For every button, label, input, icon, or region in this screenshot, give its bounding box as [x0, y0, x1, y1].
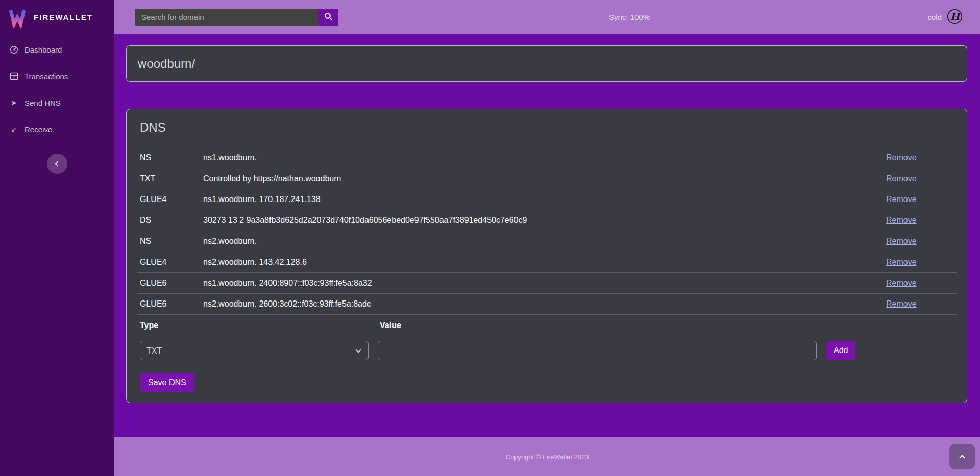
table-row: GLUE4 ns1.woodburn. 170.187.241.138 Remo…	[137, 189, 957, 210]
record-value: Controlled by https://nathan.woodburn	[203, 174, 886, 183]
record-action: Remove	[886, 195, 957, 204]
record-value: ns2.woodburn. 2600:3c02::f03c:93ff:fe5a:…	[203, 299, 886, 309]
record-type: DS	[137, 216, 203, 225]
brand[interactable]: FIREWALLET	[0, 0, 114, 34]
record-type: NS	[137, 237, 203, 246]
handshake-icon: H	[947, 9, 963, 26]
record-action: Remove	[886, 279, 957, 288]
scroll-to-top-button[interactable]	[949, 444, 975, 469]
topbar: Sync: 100% cold H	[114, 0, 980, 34]
table-row: GLUE4 ns2.woodburn. 143.42.128.6 Remove	[137, 252, 957, 272]
record-type: GLUE4	[137, 195, 203, 204]
record-action: Remove	[886, 216, 957, 225]
firewallet-logo-icon	[7, 7, 28, 28]
sync-status: Sync: 100%	[609, 13, 650, 21]
search-button[interactable]	[318, 9, 338, 26]
sidebar: FIREWALLET Dashboard Transactions ➤ Send…	[0, 0, 114, 476]
dns-table-body: NS ns1.woodburn. Remove TXT Controlled b…	[137, 147, 957, 314]
remove-link[interactable]: Remove	[886, 174, 917, 183]
record-value: ns2.woodburn. 143.42.128.6	[203, 258, 886, 267]
domain-card: woodburn/	[126, 45, 967, 82]
search-icon	[324, 12, 333, 22]
sidebar-item-transactions[interactable]: Transactions	[0, 66, 114, 86]
record-type: GLUE6	[137, 279, 203, 288]
record-type: GLUE6	[137, 299, 203, 309]
chevron-up-icon	[959, 455, 965, 460]
dns-card: DNS NS ns1.woodburn. Remove TXT Controll…	[126, 109, 967, 403]
copyright-text: Copyright © FireWallet 2023	[506, 453, 589, 461]
record-type: GLUE4	[137, 258, 203, 267]
dns-form-header-row: Type Value	[137, 314, 957, 336]
record-value-input[interactable]	[378, 341, 817, 360]
sidebar-item-label: Transactions	[24, 72, 68, 81]
record-type: TXT	[137, 174, 203, 183]
chevron-left-icon	[55, 161, 60, 166]
save-dns-button[interactable]: Save DNS	[140, 373, 194, 392]
record-action: Remove	[886, 174, 957, 183]
collapse-sidebar-button[interactable]	[47, 154, 67, 174]
sidebar-nav: Dashboard Transactions ➤ Send HNS ↙ Rece…	[0, 39, 114, 139]
page-title: woodburn/	[138, 57, 195, 71]
remove-link[interactable]: Remove	[886, 216, 917, 224]
sidebar-item-receive[interactable]: ↙ Receive	[0, 119, 114, 139]
brand-name: FIREWALLET	[34, 13, 93, 21]
record-type: NS	[137, 153, 203, 162]
value-column-header: Value	[380, 321, 957, 330]
table-row: TXT Controlled by https://nathan.woodbur…	[137, 168, 957, 189]
table-row: DS 30273 13 2 9a3a8fb3d625d2a2073d740f10…	[137, 210, 957, 231]
wallet-name: cold	[927, 13, 942, 21]
remove-link[interactable]: Remove	[886, 299, 917, 308]
table-icon	[9, 72, 19, 81]
main-content: woodburn/ DNS NS ns1.woodburn. Remove TX…	[114, 34, 980, 437]
record-type-select[interactable]: TXT	[140, 341, 369, 360]
wallet-indicator[interactable]: cold H	[927, 9, 963, 26]
remove-link[interactable]: Remove	[886, 279, 917, 287]
type-column-header: Type	[137, 321, 380, 330]
svg-text:H: H	[950, 11, 961, 22]
receive-icon: ↙	[9, 125, 19, 133]
table-row: GLUE6 ns1.woodburn. 2400:8907::f03c:93ff…	[137, 272, 957, 293]
record-value: ns1.woodburn.	[203, 153, 886, 162]
record-value: ns2.woodburn.	[203, 237, 886, 246]
record-action: Remove	[886, 299, 957, 309]
dns-section-title: DNS	[140, 120, 957, 135]
dns-add-form-row: TXT Add	[137, 336, 957, 365]
record-type-select-wrap: TXT	[140, 341, 369, 360]
remove-link[interactable]: Remove	[886, 195, 917, 204]
speedometer-icon	[9, 45, 19, 54]
add-record-button[interactable]: Add	[826, 341, 855, 360]
record-action: Remove	[886, 258, 957, 267]
sidebar-item-dashboard[interactable]: Dashboard	[0, 39, 114, 60]
app-root: FIREWALLET Dashboard Transactions ➤ Send…	[0, 0, 980, 476]
record-action: Remove	[886, 153, 957, 162]
sidebar-item-label: Send HNS	[24, 98, 61, 107]
footer: Copyright © FireWallet 2023	[114, 437, 980, 476]
table-row: NS ns1.woodburn. Remove	[137, 147, 957, 168]
sidebar-item-send-hns[interactable]: ➤ Send HNS	[0, 92, 114, 113]
record-value: ns1.woodburn. 2400:8907::f03c:93ff:fe5a:…	[203, 279, 886, 288]
table-row: GLUE6 ns2.woodburn. 2600:3c02::f03c:93ff…	[137, 293, 957, 314]
record-action: Remove	[886, 237, 957, 246]
sidebar-item-label: Receive	[24, 125, 52, 134]
table-row: NS ns2.woodburn. Remove	[137, 231, 957, 252]
record-value: 30273 13 2 9a3a8fb3d625d2a2073d740f10da6…	[203, 216, 886, 225]
remove-link[interactable]: Remove	[886, 237, 917, 245]
remove-link[interactable]: Remove	[886, 258, 917, 266]
remove-link[interactable]: Remove	[886, 153, 917, 162]
sidebar-item-label: Dashboard	[24, 45, 62, 54]
search-input[interactable]	[135, 9, 318, 26]
send-icon: ➤	[9, 98, 19, 107]
search-group	[135, 9, 338, 26]
record-value: ns1.woodburn. 170.187.241.138	[203, 195, 886, 204]
